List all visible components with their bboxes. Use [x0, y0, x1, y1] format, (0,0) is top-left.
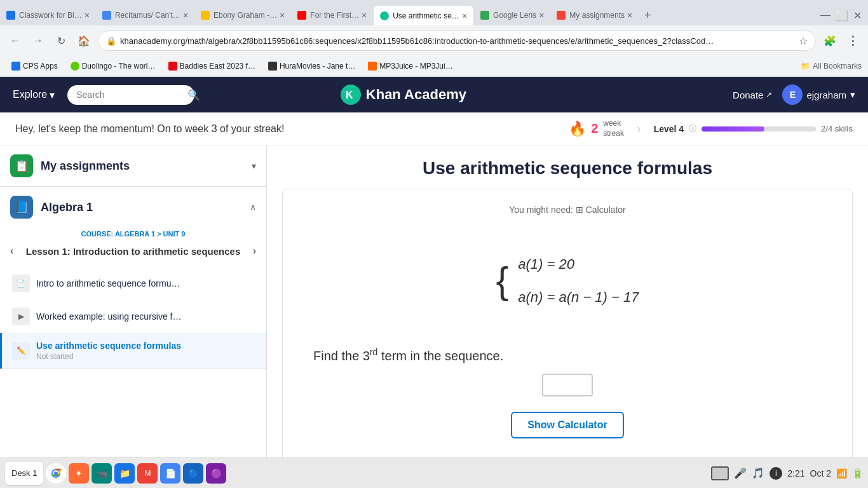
bookmark-star-icon[interactable]: ☆ — [799, 35, 808, 47]
back-button[interactable]: ← — [6, 32, 24, 50]
maximize-icon[interactable]: ⬜ — [836, 10, 848, 22]
question-text-after: term in the sequence. — [377, 349, 503, 363]
tab-close-khanacademy[interactable]: × — [462, 11, 467, 21]
user-menu[interactable]: E ejgraham ▾ — [782, 85, 855, 105]
tab-youtube[interactable]: For the First… × — [291, 5, 373, 25]
tab-classwork[interactable]: Classwork for Bi… × — [0, 5, 96, 25]
taskbar-date: Oct 2 — [810, 468, 831, 478]
taskbar-music-icon[interactable]: 🎵 — [752, 467, 764, 479]
forward-button[interactable]: → — [29, 32, 47, 50]
home-button[interactable]: 🏠 — [75, 32, 93, 50]
tab-favicon-recitamus — [102, 11, 111, 20]
tab-label-googlelens: Google Lens — [493, 11, 536, 20]
donate-external-icon: ↗ — [766, 90, 772, 99]
user-avatar: E — [782, 85, 803, 105]
bookmark-duolingo[interactable]: Duolingo - The worl… — [65, 60, 161, 72]
math-display: { a(1) = 20 a(n) = a(n − 1) − 17 — [298, 230, 837, 332]
address-bar: ← → ↻ 🏠 🔒 khanacademy.org/math/algebra/x… — [0, 25, 868, 56]
lesson-item-worked[interactable]: ▶ Worked example: using recursive f… — [0, 300, 266, 333]
problem-container: You might need: ⊞ Calculator { a(1) = 20… — [282, 189, 853, 470]
main-layout: 📋 My assignments ▾ 📘 Algebra 1 ∧ COURSE:… — [0, 146, 868, 488]
bookmark-baddies[interactable]: Baddies East 2023 f… — [163, 60, 261, 72]
svg-text:K: K — [346, 90, 353, 100]
close-icon[interactable]: ✕ — [853, 10, 862, 22]
algebra-icon: 📘 — [10, 196, 33, 219]
url-text: khanacademy.org/math/algebra/x2f8bb11595… — [120, 36, 794, 46]
my-assignments-section: 📋 My assignments ▾ — [0, 146, 266, 187]
bookmark-icon-mp3juice — [368, 62, 377, 71]
sidebar: 📋 My assignments ▾ 📘 Algebra 1 ∧ COURSE:… — [0, 146, 267, 488]
tab-favicon-myassign — [557, 11, 566, 20]
taskbar-desk1[interactable]: Desk 1 — [5, 462, 43, 485]
lesson-item-label-worked: Worked example: using recursive f… — [36, 311, 256, 322]
show-calculator-button[interactable]: Show Calculator — [511, 412, 623, 438]
tab-label-myassign: My assignments — [569, 11, 625, 20]
taskbar-mic-icon[interactable]: 🎤 — [734, 467, 747, 479]
bookmarks-bar: CPS Apps Duolingo - The worl… Baddies Ea… — [0, 56, 868, 76]
taskbar-files-icon[interactable]: 📁 — [114, 463, 135, 484]
lesson-item-label-exercise: Use arithmetic sequence formulas — [36, 341, 181, 351]
new-tab-button[interactable]: + — [639, 6, 656, 24]
explore-button[interactable]: Explore ▾ — [13, 89, 55, 101]
menu-button[interactable]: ⋮ — [844, 32, 862, 50]
tab-favicon-youtube — [297, 11, 306, 20]
tab-close-classwork[interactable]: × — [85, 10, 90, 20]
taskbar-app8-icon[interactable]: 🟣 — [206, 463, 226, 484]
tab-close-googlelens[interactable]: × — [539, 10, 544, 20]
search-input[interactable] — [76, 90, 187, 100]
url-bar[interactable]: 🔒 khanacademy.org/math/algebra/x2f8bb115… — [98, 30, 816, 51]
lesson-item-exercise-content: Use arithmetic sequence formulas Not sta… — [36, 341, 181, 361]
ka-logo-icon: K — [341, 85, 361, 105]
lesson-next-arrow[interactable]: › — [253, 245, 256, 257]
bookmark-cpsapps[interactable]: CPS Apps — [6, 60, 63, 72]
level-text: Level 4 — [654, 124, 684, 134]
streak-streak: streak — [603, 129, 624, 139]
taskbar-app7-icon[interactable]: 🔵 — [183, 463, 203, 484]
lesson-items: 📄 Intro to arithmetic sequence formu… ▶ … — [0, 267, 266, 369]
math-equations: a(1) = 20 a(n) = a(n − 1) − 17 — [518, 245, 639, 316]
tab-ebony[interactable]: Ebony Graham -… × — [194, 5, 291, 25]
donate-button[interactable]: Donate ↗ — [733, 90, 772, 100]
taskbar-battery-icon: 🔋 — [852, 468, 863, 478]
tab-close-ebony[interactable]: × — [280, 10, 285, 20]
taskbar-info-icon[interactable]: i — [770, 467, 782, 480]
tab-close-youtube[interactable]: × — [362, 10, 367, 20]
tab-googlelens[interactable]: Google Lens × — [474, 5, 550, 25]
search-bar[interactable]: 🔍 — [67, 85, 194, 105]
tab-close-recitamus[interactable]: × — [183, 10, 188, 20]
explore-label: Explore — [13, 89, 47, 100]
answer-input[interactable] — [542, 374, 593, 396]
reload-button[interactable]: ↻ — [52, 32, 70, 50]
lesson-item-label-intro: Intro to arithmetic sequence formu… — [36, 278, 256, 288]
algebra-header[interactable]: 📘 Algebra 1 ∧ — [0, 187, 266, 227]
lesson-item-exercise[interactable]: ✏️ Use arithmetic sequence formulas Not … — [0, 333, 266, 369]
bookmark-label-huramovies: HuraMovies - Jane t… — [280, 62, 355, 71]
minimize-icon[interactable]: — — [820, 10, 831, 21]
bookmark-label-duolingo: Duolingo - The worl… — [82, 62, 156, 71]
taskbar-docs-icon[interactable]: 📄 — [160, 463, 180, 484]
question-text-before: Find the 3 — [313, 349, 370, 363]
tab-recitamus[interactable]: Recitamus/ Can't… × — [96, 5, 194, 25]
lesson-prev-arrow[interactable]: ‹ — [10, 245, 13, 257]
tab-close-myassign[interactable]: × — [627, 10, 632, 20]
calculator-label: Calculator — [586, 205, 626, 215]
level-info-icon: ⓘ — [689, 123, 696, 134]
taskbar-app2-icon[interactable]: ✦ — [69, 463, 89, 484]
bookmark-mp3juice[interactable]: MP3Juice - MP3Jui… — [363, 60, 458, 72]
my-assignments-header[interactable]: 📋 My assignments ▾ — [0, 146, 266, 186]
tab-myassign[interactable]: My assignments × — [550, 5, 639, 25]
level-bar-fill — [702, 126, 764, 132]
taskbar-meet-icon[interactable]: 📹 — [92, 463, 112, 484]
fire-icon: 🔥 — [569, 121, 586, 137]
search-icon: 🔍 — [187, 89, 200, 101]
taskbar-gmail-icon[interactable]: M — [137, 463, 158, 484]
taskbar-chrome-icon[interactable] — [46, 463, 66, 484]
streak-info: 🔥 2 week streak › Level 4 ⓘ 2/4 skills — [569, 119, 853, 139]
lesson-item-intro[interactable]: 📄 Intro to arithmetic sequence formu… — [0, 267, 266, 300]
all-bookmarks[interactable]: 📁 All Bookmarks — [801, 62, 862, 71]
assignments-icon: 📋 — [10, 154, 33, 177]
tab-khanacademy[interactable]: Use arithmetic se… × — [373, 5, 474, 25]
tab-label-youtube: For the First… — [310, 11, 359, 20]
bookmark-huramovies[interactable]: HuraMovies - Jane t… — [263, 60, 360, 72]
extensions-button[interactable]: 🧩 — [821, 32, 839, 50]
